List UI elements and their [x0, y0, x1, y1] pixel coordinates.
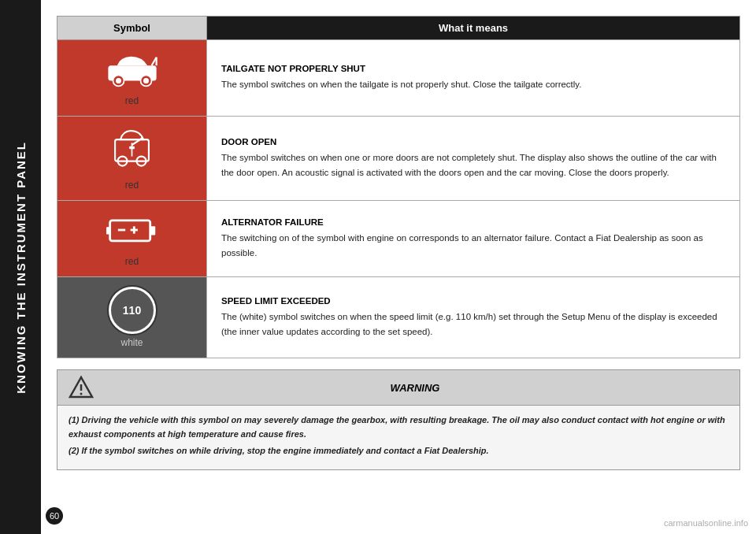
symbol-label-tailgate: red [125, 95, 139, 106]
warning-icon [69, 375, 94, 400]
svg-point-19 [80, 393, 83, 395]
speed-value: 110 [123, 304, 141, 317]
svg-rect-12 [150, 226, 156, 235]
warning-header: WARNING [57, 370, 739, 406]
car-icon-container: red [105, 50, 160, 106]
sidebar-title: KNOWING THE INSTRUMENT PANEL [14, 141, 28, 394]
desc-title-speed: SPEED LIMIT EXCEEDED [221, 296, 725, 306]
desc-text-speed: The (white) symbol switches on when the … [221, 312, 717, 336]
desc-cell-battery: ALTERNATOR FAILURE The switching on of t… [207, 201, 740, 277]
page-number: 60 [46, 507, 63, 525]
svg-rect-13 [106, 227, 110, 234]
warning-title: WARNING [102, 382, 728, 394]
desc-text-tailgate: The symbol switches on when the tailgate… [221, 80, 581, 89]
door-icon [110, 126, 154, 176]
table-row: red ALTERNATOR FAILURE The switching on … [57, 201, 740, 277]
battery-icon [106, 210, 158, 253]
symbol-table: Symbol What it means [57, 16, 740, 358]
watermark: carmanualsonline.info [664, 518, 748, 528]
sidebar: KNOWING THE INSTRUMENT PANEL [0, 0, 41, 534]
symbol-cell-battery: red [57, 201, 207, 277]
svg-point-4 [143, 78, 149, 83]
desc-title-tailgate: TAILGATE NOT PROPERLY SHUT [221, 64, 725, 73]
car-icon [105, 50, 160, 92]
col-meaning-header: What it means [207, 17, 740, 40]
desc-cell-door: DOOR OPEN The symbol switches on when on… [207, 117, 740, 201]
symbol-label-speed: white [120, 337, 143, 348]
col-symbol-header: Symbol [57, 17, 207, 40]
svg-rect-10 [129, 146, 135, 149]
svg-point-2 [116, 78, 121, 83]
table-row: red DOOR OPEN The symbol switches on whe… [57, 117, 740, 201]
table-row: 110 white SPEED LIMIT EXCEEDED The (whit… [57, 277, 740, 358]
symbol-label-door: red [125, 180, 139, 191]
warning-text: (1) Driving the vehicle with this symbol… [69, 413, 728, 458]
desc-text-door: The symbol switches on when one or more … [221, 153, 717, 177]
desc-cell-tailgate: TAILGATE NOT PROPERLY SHUT The symbol sw… [207, 40, 740, 117]
battery-icon-container: red [106, 210, 158, 267]
speed-icon-container: 110 white [109, 287, 156, 348]
symbol-label-battery: red [125, 256, 139, 267]
symbol-cell-tailgate: red [57, 40, 207, 117]
desc-title-door: DOOR OPEN [221, 137, 725, 146]
desc-text-battery: The switching on of the symbol with engi… [221, 233, 703, 258]
main-content: Symbol What it means [41, 0, 756, 534]
desc-cell-speed: SPEED LIMIT EXCEEDED The (white) symbol … [207, 277, 740, 358]
warning-body: (1) Driving the vehicle with this symbol… [57, 406, 739, 469]
door-icon-container: red [110, 126, 154, 191]
warning-line-2: (2) If the symbol switches on while driv… [69, 444, 728, 458]
svg-rect-11 [110, 221, 150, 241]
symbol-cell-door: red [57, 117, 207, 201]
symbol-cell-speed: 110 white [57, 277, 207, 358]
warning-box: WARNING (1) Driving the vehicle with thi… [57, 369, 740, 470]
desc-title-battery: ALTERNATOR FAILURE [221, 217, 725, 227]
speed-circle-icon: 110 [109, 287, 156, 334]
warning-line-1: (1) Driving the vehicle with this symbol… [69, 413, 728, 441]
table-row: red TAILGATE NOT PROPERLY SHUT The symbo… [57, 40, 740, 117]
